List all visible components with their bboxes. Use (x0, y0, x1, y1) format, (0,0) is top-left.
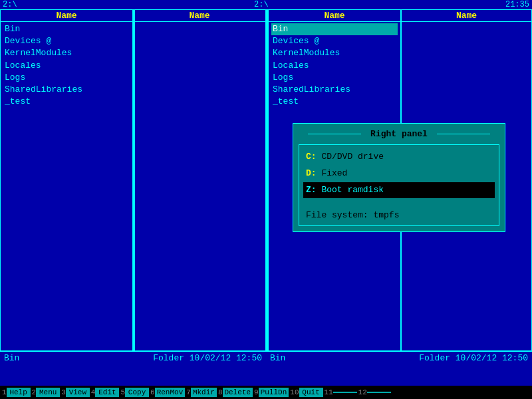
list-item[interactable]: SharedLibraries (271, 84, 398, 96)
filesystem-label: File system: (306, 210, 368, 220)
right-path: 2:\ (254, 0, 269, 9)
right-panel-1-header: Name (269, 10, 400, 22)
fkey-label-9: PullDn (259, 388, 289, 397)
dialog-filesystem: File system: tmpfs (303, 209, 495, 221)
fkey-num-7: 7 (186, 388, 191, 396)
list-item[interactable]: Logs (271, 72, 398, 84)
status-right: Bin Folder 10/02/12 12:50 (266, 351, 532, 364)
fkey-label-5: Copy (125, 388, 149, 397)
fkey-6[interactable]: 6RenMov (150, 386, 185, 398)
fkey-label-6: RenMov (155, 388, 186, 397)
fkey-3[interactable]: 3View (61, 386, 90, 398)
list-item[interactable]: _test (271, 96, 398, 108)
fkey-num-11: 11 (325, 388, 333, 396)
left-panel-2: Name (133, 9, 266, 351)
filesystem-value: tmpfs (373, 210, 399, 220)
fkey-label-11 (333, 392, 357, 393)
list-item[interactable]: Devices @ (271, 35, 398, 47)
list-item[interactable]: Bin (3, 23, 130, 35)
right-panel-dialog[interactable]: Right panel C: CD/DVD driveD: FixedZ: Bo… (293, 123, 505, 232)
dialog-option[interactable]: C: CD/DVD drive (303, 149, 495, 166)
fkey-num-4: 4 (91, 388, 96, 396)
list-item[interactable]: Logs (3, 72, 130, 84)
fkey-8[interactable]: 8Delete (218, 386, 253, 398)
dialog-separator (303, 198, 495, 203)
fkey-num-8: 8 (218, 388, 223, 396)
fkey-num-5: 5 (120, 388, 125, 396)
divider-1 (133, 9, 135, 351)
left-panel-1-header: Name (1, 10, 132, 22)
fkey-5[interactable]: 5Copy (120, 386, 149, 398)
fkey-10[interactable]: 10Quit (290, 386, 323, 398)
status-right-folder: Bin (270, 353, 285, 363)
fkey-2[interactable]: 2Menu (32, 386, 61, 398)
fkey-num-2: 2 (32, 388, 37, 396)
fkey-label-10: Quit (299, 388, 323, 397)
dialog-items: C: CD/DVD driveD: FixedZ: Boot ramdisk (303, 149, 495, 198)
status-right-info: Folder 10/02/12 12:50 (419, 353, 528, 363)
left-panel-2-header: Name (134, 10, 265, 22)
list-item[interactable]: Locales (271, 60, 398, 72)
fkey-4[interactable]: 4Edit (91, 386, 120, 398)
left-panel-1-content: BinDevices @KernelModulesLocalesLogsShar… (1, 22, 132, 350)
fkey-11[interactable]: 11 (325, 386, 357, 398)
list-item[interactable]: Bin (271, 23, 398, 35)
list-item[interactable]: SharedLibraries (3, 84, 130, 96)
fkey-9[interactable]: 9PullDn (254, 386, 289, 398)
fkey-1[interactable]: 1Help (2, 386, 31, 398)
status-left-folder: Bin (4, 353, 19, 363)
fkey-label-8: Delete (223, 388, 253, 397)
left-panel-2-content (134, 22, 265, 350)
fkey-label-4: Edit (95, 388, 119, 397)
dialog-inner: C: CD/DVD driveD: FixedZ: Boot ramdisk F… (299, 144, 499, 226)
fkey-label-12 (367, 392, 391, 393)
dialog-option[interactable]: D: Fixed (303, 166, 495, 182)
fkey-label-2: Menu (36, 388, 60, 397)
top-bar: 2:\ 2:\ 21:35 (0, 0, 532, 9)
funckeys-bar: 1Help2Menu3View4Edit5Copy6RenMov7Mkdir8D… (0, 386, 532, 399)
fkey-label-1: Help (7, 388, 31, 397)
left-path: 2:\ (3, 0, 17, 9)
fkey-num-1: 1 (2, 388, 7, 396)
fkey-num-6: 6 (150, 388, 155, 396)
right-panel-2-header: Name (402, 10, 531, 22)
dialog-option[interactable]: Z: Boot ramdisk (303, 182, 495, 199)
status-left: Bin Folder 10/02/12 12:50 (0, 351, 266, 364)
fkey-num-9: 9 (254, 388, 259, 396)
list-item[interactable]: KernelModules (3, 47, 130, 59)
list-item[interactable]: Devices @ (3, 35, 130, 47)
clock: 21:35 (505, 0, 529, 9)
left-panel-1: Name BinDevices @KernelModulesLocalesLog… (0, 9, 133, 351)
fkey-label-7: Mkdir (191, 388, 217, 397)
list-item[interactable]: KernelModules (271, 47, 398, 59)
fkey-num-3: 3 (61, 388, 66, 396)
fkey-num-12: 12 (358, 388, 367, 396)
fkey-7[interactable]: 7Mkdir (186, 386, 217, 398)
list-item[interactable]: _test (3, 96, 130, 108)
dialog-title: Right panel (299, 129, 499, 139)
list-item[interactable]: Locales (3, 60, 130, 72)
fkey-label-3: View (66, 388, 90, 397)
status-left-info: Folder 10/02/12 12:50 (153, 353, 262, 363)
fkey-12[interactable]: 12 (358, 386, 391, 398)
status-bar: Bin Folder 10/02/12 12:50 Bin Folder 10/… (0, 351, 532, 364)
fkey-num-10: 10 (290, 388, 299, 396)
